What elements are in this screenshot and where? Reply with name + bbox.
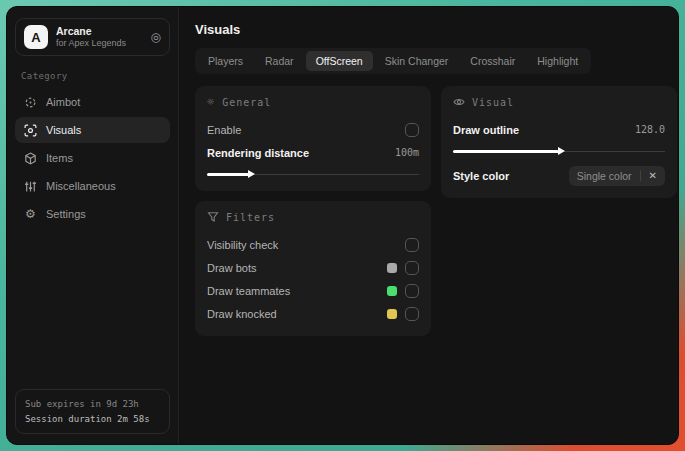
draw-outline-row: Draw outline 128.0 xyxy=(453,119,665,140)
sliders-icon xyxy=(24,180,37,193)
general-panel-title: General xyxy=(222,97,271,108)
cube-icon xyxy=(24,152,37,165)
panels-area: ☼ General Enable Rendering distance 100m xyxy=(195,86,677,336)
app-name: Arcane xyxy=(56,25,126,38)
draw-teammates-label: Draw teammates xyxy=(207,285,290,297)
tab-players[interactable]: Players xyxy=(198,51,253,71)
draw-bots-row: Draw bots xyxy=(207,257,419,278)
visual-panel-title: Visual xyxy=(472,97,514,108)
rendering-distance-value: 100m xyxy=(395,147,419,158)
general-panel: ☼ General Enable Rendering distance 100m xyxy=(195,86,431,191)
crosshair-icon xyxy=(24,96,37,109)
rendering-distance-slider[interactable] xyxy=(207,169,419,179)
subscription-info-card: Sub expires in 9d 23h Session duration 2… xyxy=(15,389,170,434)
main-content: Visuals Players Radar OffScreen Skin Cha… xyxy=(179,7,679,444)
app-window: A Arcane for Apex Legends ◎ Category Aim… xyxy=(6,6,679,445)
tab-highlight[interactable]: Highlight xyxy=(527,51,588,71)
sidebar-item-label: Items xyxy=(46,152,73,164)
filters-panel: Filters Visibility check Draw bots xyxy=(195,201,431,336)
enable-checkbox[interactable] xyxy=(405,123,419,137)
tab-skin-changer[interactable]: Skin Changer xyxy=(375,51,459,71)
filters-panel-title: Filters xyxy=(226,212,275,223)
sidebar-item-label: Visuals xyxy=(46,124,81,136)
sidebar-item-items[interactable]: Items xyxy=(15,145,170,171)
tab-radar[interactable]: Radar xyxy=(255,51,304,71)
right-column: Visual Draw outline 128.0 Style color xyxy=(441,86,677,198)
sidebar: A Arcane for Apex Legends ◎ Category Aim… xyxy=(7,7,179,444)
sidebar-nav: Aimbot Visuals Items xyxy=(15,89,170,229)
visibility-check-row: Visibility check xyxy=(207,234,419,255)
rendering-distance-label: Rendering distance xyxy=(207,147,309,159)
visual-panel: Visual Draw outline 128.0 Style color xyxy=(441,86,677,198)
gear-icon: ⚙ xyxy=(24,208,37,221)
sidebar-item-label: Miscellaneous xyxy=(46,180,116,192)
eye-scan-icon xyxy=(24,124,37,137)
select-divider xyxy=(640,170,641,181)
draw-outline-slider[interactable] xyxy=(453,146,665,156)
draw-outline-label: Draw outline xyxy=(453,124,519,136)
tab-bar: Players Radar OffScreen Skin Changer Cro… xyxy=(195,48,591,74)
clear-icon[interactable]: ✕ xyxy=(649,170,657,181)
color-swatch[interactable] xyxy=(387,286,397,296)
slider-fill xyxy=(453,150,559,153)
brand-text: Arcane for Apex Legends xyxy=(56,25,126,49)
enable-row: Enable xyxy=(207,119,419,140)
draw-knocked-label: Draw knocked xyxy=(207,308,277,320)
slider-thumb-arrow-icon[interactable] xyxy=(558,147,565,155)
filters-panel-header: Filters xyxy=(207,211,419,223)
general-panel-header: ☼ General xyxy=(207,96,419,108)
rendering-distance-row: Rendering distance 100m xyxy=(207,142,419,163)
slider-fill xyxy=(207,173,249,176)
visibility-check-checkbox[interactable] xyxy=(405,238,419,252)
draw-teammates-row: Draw teammates xyxy=(207,280,419,301)
sun-icon: ☼ xyxy=(207,96,215,108)
page-title: Visuals xyxy=(195,22,677,37)
tab-offscreen[interactable]: OffScreen xyxy=(306,51,373,71)
tab-crosshair[interactable]: Crosshair xyxy=(460,51,525,71)
app-logo: A xyxy=(24,25,48,49)
draw-knocked-row: Draw knocked xyxy=(207,303,419,324)
funnel-icon xyxy=(207,211,219,223)
style-color-select[interactable]: Single color ✕ xyxy=(569,166,665,186)
draw-teammates-checkbox[interactable] xyxy=(405,284,419,298)
sidebar-item-aimbot[interactable]: Aimbot xyxy=(15,89,170,115)
eye-icon xyxy=(453,96,465,108)
enable-label: Enable xyxy=(207,124,241,136)
sidebar-item-label: Settings xyxy=(46,208,86,220)
sidebar-item-settings[interactable]: ⚙ Settings xyxy=(15,201,170,227)
draw-outline-value: 128.0 xyxy=(635,124,665,135)
visual-panel-header: Visual xyxy=(453,96,665,108)
color-swatch[interactable] xyxy=(387,309,397,319)
sub-expires-text: Sub expires in 9d 23h xyxy=(25,397,160,411)
slider-thumb-arrow-icon[interactable] xyxy=(248,170,255,178)
session-duration-text: Session duration 2m 58s xyxy=(25,412,160,426)
sidebar-item-label: Aimbot xyxy=(46,96,80,108)
style-color-selected-value: Single color xyxy=(577,170,632,182)
visibility-check-label: Visibility check xyxy=(207,239,278,251)
category-label: Category xyxy=(21,71,164,81)
style-color-row: Style color Single color ✕ xyxy=(453,165,665,186)
sidebar-item-visuals[interactable]: Visuals xyxy=(15,117,170,143)
brand-card: A Arcane for Apex Legends ◎ xyxy=(15,18,170,56)
draw-knocked-checkbox[interactable] xyxy=(405,307,419,321)
app-subtitle: for Apex Legends xyxy=(56,38,126,49)
draw-bots-label: Draw bots xyxy=(207,262,257,274)
left-column: ☼ General Enable Rendering distance 100m xyxy=(195,86,431,336)
target-icon[interactable]: ◎ xyxy=(151,30,161,44)
style-color-label: Style color xyxy=(453,170,509,182)
color-swatch[interactable] xyxy=(387,263,397,273)
sidebar-item-miscellaneous[interactable]: Miscellaneous xyxy=(15,173,170,199)
draw-bots-checkbox[interactable] xyxy=(405,261,419,275)
